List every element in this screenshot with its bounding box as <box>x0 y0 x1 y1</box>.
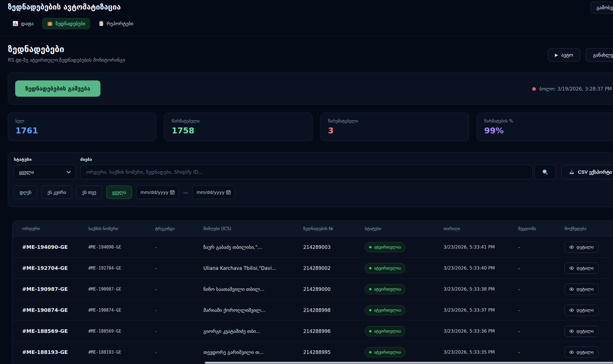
bar-chart-icon <box>13 21 18 26</box>
recipient-name: გიორგი კვატაშიძე თბი... <box>203 328 260 334</box>
status-badge: ატვირთულია <box>365 347 405 357</box>
waybill-number: 214288996 <box>303 328 330 334</box>
error-value: - <box>518 349 520 355</box>
status-badge: ატვირთულია <box>365 263 405 273</box>
detail-button-label: დეტალი <box>577 266 594 271</box>
chip-all[interactable]: ყველა <box>106 186 132 199</box>
detail-button-label: დეტალი <box>577 245 594 250</box>
refresh-button[interactable]: განახლება <box>586 48 613 62</box>
filter-panel: სტატუსი ყველა ძიება CSV ექსპორტი დღეს ეს… <box>8 152 613 207</box>
app-title: ზედნადებების ავტომატიზაცია <box>8 3 121 11</box>
order-number: #ME-190987-GE <box>22 286 68 292</box>
chip-this-week[interactable]: ეს კვირა <box>42 186 72 199</box>
detail-button[interactable]: დეტალი <box>564 242 598 253</box>
detail-button[interactable]: დეტალი <box>564 347 598 358</box>
header-divider <box>0 36 613 36</box>
row-date: 3/23/2026, 5:33:35 PM <box>444 349 495 355</box>
recipient-name: მარიამი ქოროღლიშვილ... <box>203 307 265 313</box>
table-header-row: ორდერი საქმის ნომერი ტრეკინგი მიმღები (I… <box>12 221 613 237</box>
eye-icon <box>569 288 574 291</box>
tracking-value: - <box>155 307 157 313</box>
chip-today[interactable]: დღეს <box>14 186 37 199</box>
stat-card-failed: წარუმატებელი 3 <box>320 113 469 141</box>
status-select[interactable]: ყველა <box>14 165 76 179</box>
clipboard-icon <box>99 21 104 26</box>
col-header-waybill: ზედნადების № <box>303 221 333 237</box>
col-header-recipient: მიმღები (ICS) <box>203 221 231 237</box>
table-body: #ME-194090-GE #ME-194090-GE - ზაურ გაბაძ… <box>12 237 613 363</box>
csv-export-button[interactable]: CSV ექსპორტი <box>561 165 613 179</box>
case-number: #ME-190987-GE <box>88 287 121 292</box>
logout-button[interactable]: გამოსვლა <box>591 2 613 13</box>
date-from-input[interactable]: mm/dd/yyyy <box>136 186 179 199</box>
order-number: #ME-194090-GE <box>22 244 68 250</box>
red-status-dot-icon <box>532 87 536 91</box>
auto-run-button[interactable]: ▶ ავტო <box>548 48 580 62</box>
status-filter-label: სტატუსი <box>14 157 32 162</box>
tab-dashboard[interactable]: დაფა <box>8 18 38 29</box>
error-value: - <box>518 328 520 334</box>
detail-button[interactable]: დეტალი <box>564 284 598 295</box>
tab-reports-label: რეპორტები <box>107 21 133 26</box>
page-title: ზედნადებები <box>8 44 64 54</box>
col-header-date: თარიღი <box>444 221 460 237</box>
app-window: ზედნადებების ავტომატიზაცია გამოსვლა დაფა… <box>0 0 613 364</box>
waybill-number: 214289002 <box>303 265 330 271</box>
col-header-tracking: ტრეკინგი <box>155 221 175 237</box>
col-header-case: საქმის ნომერი <box>88 221 118 237</box>
tracking-value: - <box>155 244 157 250</box>
row-date: 3/23/2026, 5:33:37 PM <box>444 307 495 313</box>
search-button[interactable] <box>534 165 556 179</box>
detail-button[interactable]: დეტალი <box>564 263 598 274</box>
date-to-placeholder: mm/dd/yyyy <box>196 190 224 195</box>
quick-filters: დღეს ეს კვირა ეს თვე ყველა mm/dd/yyyy — … <box>14 186 235 199</box>
green-dot-icon <box>369 246 371 248</box>
table-row: #ME-192704-GE #ME-192704-GE - Uliana Kar… <box>12 258 613 279</box>
order-number: #ME-188569-GE <box>22 328 68 334</box>
package-icon <box>47 21 53 26</box>
error-value: - <box>518 307 520 313</box>
date-from-placeholder: mm/dd/yyyy <box>140 190 168 195</box>
col-header-error: შეცდომა <box>518 221 536 237</box>
status-badge-label: ატვირთულია <box>374 266 401 271</box>
row-date: 3/23/2026, 5:33:40 PM <box>444 265 495 271</box>
waybill-number: 214288998 <box>303 307 330 313</box>
status-badge: ატვირთულია <box>365 242 405 252</box>
stat-value-success-rate: 99% <box>484 126 613 135</box>
tracking-value: - <box>155 349 157 355</box>
stat-value-failed: 3 <box>328 126 461 135</box>
table-row: #ME-194090-GE #ME-194090-GE - ზაურ გაბაძ… <box>12 237 613 258</box>
eye-icon <box>569 351 574 354</box>
run-waybills-button[interactable]: ზედნადებების გაშვება <box>15 80 100 97</box>
detail-button[interactable]: დეტალი <box>564 326 598 337</box>
chip-this-month[interactable]: ეს თვე <box>76 186 102 199</box>
refresh-label: განახლება <box>593 52 613 58</box>
tracking-value: - <box>155 265 157 271</box>
stat-label: წარმატების % <box>484 119 613 124</box>
case-number: #ME-188193-GE <box>88 350 121 355</box>
stat-label: წარმატებული <box>172 119 305 124</box>
horizontal-scrollbar[interactable] <box>205 362 613 364</box>
order-number: #ME-188193-GE <box>22 349 68 355</box>
table-row: #ME-188193-GE #ME-188193-GE - თევდორე გა… <box>12 342 613 363</box>
eye-icon <box>569 309 574 312</box>
stat-card-success: წარმატებული 1758 <box>164 113 313 141</box>
logout-label: გამოსვლა <box>596 5 613 11</box>
search-input[interactable] <box>80 165 533 179</box>
waybill-number: 214289000 <box>303 286 330 292</box>
status-badge-label: ატვირთულია <box>374 308 401 313</box>
stat-card-total: სულ 1761 <box>8 113 156 141</box>
last-run-text: ბოლო: 3/19/2026, 3:28:37 PM (3 <box>539 86 613 92</box>
tab-waybills[interactable]: ზედნადებები <box>42 18 90 29</box>
tracking-value: - <box>155 286 157 292</box>
recipient-name: Uliana Karchava Tbilisi,"Davi... <box>203 265 276 271</box>
date-to-input[interactable]: mm/dd/yyyy <box>192 186 235 199</box>
search-label: ძიება <box>80 157 92 162</box>
detail-button[interactable]: დეტალი <box>564 305 598 316</box>
eye-icon <box>569 330 574 333</box>
green-dot-icon <box>369 309 371 311</box>
green-dot-icon <box>369 288 371 290</box>
row-date: 3/23/2026, 5:33:41 PM <box>444 244 495 250</box>
col-header-status: სტატუსი <box>365 221 381 237</box>
tab-reports[interactable]: რეპორტები <box>94 18 138 29</box>
